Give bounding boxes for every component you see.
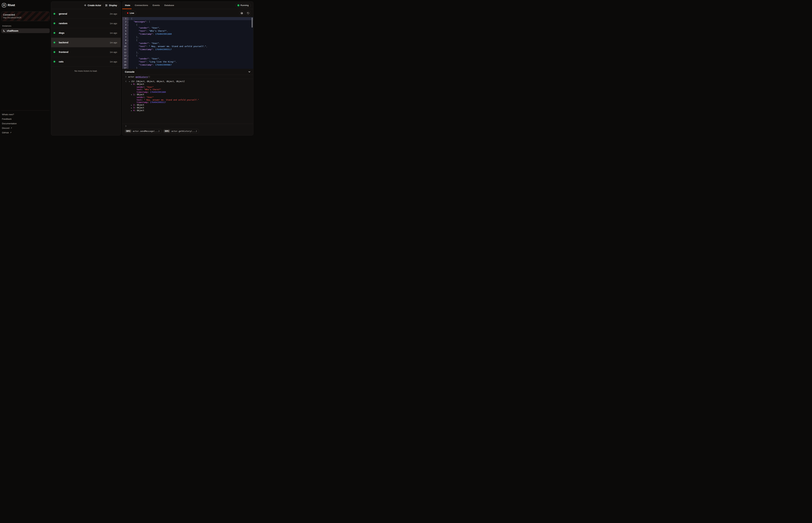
rivet-logo-icon: R: [2, 3, 6, 7]
external-link-icon: ↗: [11, 127, 12, 129]
actor-last-seen: 1m ago: [110, 32, 117, 34]
console-tree-row: ▼(5) [Object, Object, Object, Object, Ob…: [122, 80, 253, 83]
actor-row[interactable]: frontend1m ago: [51, 47, 121, 57]
rpc-badge: RPC: [164, 130, 170, 132]
editor-scrollbar[interactable]: [252, 18, 253, 28]
code-line: "text": " Nay, answer me. Stand and unfo…: [128, 45, 253, 48]
line-number: 3∨: [122, 23, 128, 26]
save-button[interactable]: [239, 11, 244, 16]
rpc-shortcut-button[interactable]: RPCactor.getHistory(...): [163, 129, 199, 133]
sidebar-item-chatroom[interactable]: chatRoom: [1, 29, 50, 33]
code-line: {: [128, 17, 253, 20]
line-number: 4: [122, 26, 128, 29]
state-toolbar: Live: [122, 9, 253, 17]
chevron-right-icon: [125, 76, 127, 78]
sidebar-link-discord[interactable]: Discord↗: [1, 126, 50, 130]
collapse-arrow-icon[interactable]: ▶: [131, 107, 133, 109]
expand-arrow-icon[interactable]: ▼: [131, 83, 133, 86]
code-line: }: [128, 66, 253, 69]
actor-row[interactable]: general2m ago: [51, 9, 121, 19]
state-json-editor[interactable]: 1∨2∨3∨45678∨910111213∨14151617 { "messag…: [122, 17, 253, 69]
line-number: 1∨: [122, 17, 128, 20]
sidebar-link-whatsnew[interactable]: Whats new?: [1, 112, 50, 116]
code-line: {: [128, 39, 253, 42]
actor-last-seen: 1m ago: [110, 51, 117, 53]
brand[interactable]: R Rivet: [1, 0, 50, 7]
inspector-panel: StateConnectionsEventsDatabase Running L…: [122, 1, 253, 136]
collapse-arrow-icon[interactable]: ▶: [131, 104, 133, 106]
line-number: 2∨: [122, 20, 128, 23]
code-line: "text": "Long live the King!",: [128, 60, 253, 63]
tab-state[interactable]: State: [125, 4, 130, 6]
console-tree-row: text: "Who’s there?": [122, 88, 253, 91]
editor-code: { "messages": [ { "sender": "User", "tex…: [128, 17, 253, 69]
plus-icon: [84, 4, 86, 6]
rpc-signature: actor.getHistory(...): [171, 130, 197, 132]
code-line: },: [128, 51, 253, 54]
line-number: 6: [122, 33, 128, 36]
console-echo-line: actor.getHistory(): [122, 75, 253, 79]
sidebar-link-feedback[interactable]: Feedback: [1, 116, 50, 121]
collapse-arrow-icon[interactable]: ▶: [131, 109, 133, 112]
live-dot-icon: [127, 12, 128, 14]
chevron-right-icon: [125, 125, 127, 127]
line-number: 13∨: [122, 54, 128, 57]
code-line: "text": "Who’s there?",: [128, 29, 253, 33]
sidebar-link-documentation[interactable]: Documentation: [1, 121, 50, 126]
rpc-signature: actor.sendMessage(...): [133, 130, 160, 132]
actor-row[interactable]: dogs1m ago: [51, 28, 121, 38]
chevron-down-icon[interactable]: [248, 71, 250, 73]
actor-row[interactable]: random1m ago: [51, 19, 121, 28]
connection-url: http://localhost:6420: [3, 17, 48, 19]
actor-list: general2m agorandom1m agodogs1m agobacke…: [51, 9, 121, 67]
connection-status: Connected: [3, 13, 48, 16]
code-line: {: [128, 54, 253, 57]
console-tree-row: ▶4: Object: [122, 109, 253, 112]
code-line: "messages": [: [128, 20, 253, 23]
actor-last-seen: 2m ago: [110, 13, 117, 15]
brand-name: Rivet: [7, 3, 15, 7]
external-link-icon: ↗: [10, 131, 11, 134]
actor-name: random: [59, 22, 110, 25]
actor-name: cats: [59, 60, 110, 63]
console-tree-row: ▼0: Object: [122, 83, 253, 86]
create-actor-button[interactable]: Create Actor: [84, 4, 101, 7]
code-line: "sender": "User",: [128, 26, 253, 29]
console-tree-row: ▼1: Object: [122, 93, 253, 96]
code-line: "sender": "User",: [128, 57, 253, 60]
actor-name: dogs: [59, 32, 110, 34]
tab-connections[interactable]: Connections: [135, 4, 148, 6]
actor-row[interactable]: cats1m ago: [51, 57, 121, 67]
line-number: 14: [122, 57, 128, 60]
display-button[interactable]: Display: [103, 3, 119, 8]
live-badge[interactable]: Live: [125, 11, 136, 15]
rpc-shortcut-button[interactable]: RPCactor.sendMessage(...): [124, 129, 161, 133]
line-number: 11: [122, 48, 128, 51]
line-number: 17: [122, 66, 128, 69]
tab-events[interactable]: Events: [153, 4, 160, 6]
reset-button[interactable]: [246, 11, 250, 16]
actors-panel: Create Actor Display general2m agorandom…: [51, 1, 121, 136]
connection-status-card[interactable]: Connected http://localhost:6420: [1, 12, 50, 21]
status-badge[interactable]: Running: [235, 3, 251, 7]
actor-group-icon: [3, 30, 5, 32]
console-tree-row: sender: "User": [122, 96, 253, 98]
expand-arrow-icon[interactable]: ▼: [129, 80, 131, 83]
console-tree-row: sender: "User": [122, 86, 253, 88]
actor-row[interactable]: backend1m ago: [51, 38, 121, 47]
console-input[interactable]: [122, 124, 253, 128]
console-header[interactable]: Console: [122, 69, 253, 75]
code-line: "timestamp": 1764043999867: [128, 63, 253, 66]
sidebar-link-github[interactable]: GitHub↗: [1, 130, 50, 135]
line-number: 15: [122, 60, 128, 63]
console-tree-row: timestamp: 1764043995517: [122, 101, 253, 104]
sidebar-item-label: chatRoom: [7, 30, 18, 32]
sidebar-footer: Whats new?FeedbackDocumentationDiscord↗G…: [1, 110, 50, 135]
sidebar: R Rivet Connected http://localhost:6420 …: [0, 0, 51, 137]
expand-arrow-icon[interactable]: ▼: [131, 94, 133, 96]
running-dot-icon: [238, 4, 239, 6]
actor-status-icon: [54, 61, 55, 62]
line-number: 16: [122, 63, 128, 66]
tab-database[interactable]: Database: [165, 4, 174, 6]
code-line: "timestamp": 1764043991880: [128, 33, 253, 36]
